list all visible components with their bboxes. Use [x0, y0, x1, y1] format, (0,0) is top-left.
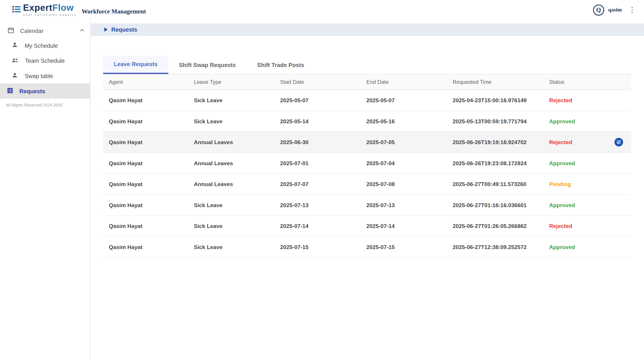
- cell-agent: Qasim Hayat: [103, 223, 188, 229]
- sidebar-item-team-schedule[interactable]: Team Schedule: [0, 53, 90, 68]
- tab-shift-swap-requests[interactable]: Shift Swap Requests: [168, 55, 246, 74]
- cell-end-date: 2025-07-04: [360, 160, 447, 166]
- table-row[interactable]: Qasim Hayat Sick Leave 2025-05-07 2025-0…: [103, 90, 631, 111]
- cell-requested-time: 2025-06-27T00:49:11.573260: [447, 181, 544, 187]
- column-header-status: Status: [544, 79, 631, 85]
- sidebar-item-requests[interactable]: Requests: [0, 83, 90, 99]
- cell-requested-time: 2025-04-23T15:00:16.976149: [447, 97, 544, 103]
- cell-start-date: 2025-06-30: [274, 139, 360, 145]
- cell-end-date: 2025-07-14: [360, 223, 447, 229]
- cell-leave-type: Annual Leaves: [188, 181, 274, 187]
- sidebar-item-swap-table[interactable]: Swap table: [0, 68, 90, 83]
- cell-start-date: 2025-07-01: [274, 160, 360, 166]
- main-content: Requests Leave Requests Shift Swap Reque…: [91, 20, 644, 360]
- sidebar-item-label: Swap table: [25, 73, 53, 79]
- app-root: ExpertFlow your callcenter experts Workf…: [0, 0, 644, 360]
- table-body: Qasim Hayat Sick Leave 2025-05-07 2025-0…: [103, 90, 631, 258]
- cell-start-date: 2025-07-07: [274, 181, 360, 187]
- table-row[interactable]: Qasim Hayat Annual Leaves 2025-07-07 202…: [103, 174, 631, 195]
- avatar[interactable]: Q: [593, 4, 604, 15]
- edit-request-button[interactable]: [614, 138, 623, 146]
- play-triangle-icon: [104, 28, 108, 32]
- cell-end-date: 2025-07-08: [360, 181, 447, 187]
- cell-agent: Qasim Hayat: [103, 244, 188, 250]
- column-header-leave-type: Leave Type: [188, 79, 274, 85]
- requests-list-icon: [6, 87, 14, 95]
- cell-leave-type: Annual Leaves: [188, 160, 274, 166]
- status-badge: Approved: [544, 118, 631, 124]
- cell-agent: Qasim Hayat: [103, 139, 188, 145]
- tab-leave-requests[interactable]: Leave Requests: [103, 55, 168, 74]
- table-row[interactable]: Qasim Hayat Sick Leave 2025-05-14 2025-0…: [103, 111, 631, 132]
- logo-tagline: your callcenter experts: [23, 13, 77, 17]
- top-header: ExpertFlow your callcenter experts Workf…: [0, 0, 644, 20]
- sidebar-section-calendar[interactable]: Calendar: [0, 24, 90, 38]
- cell-requested-time: 2025-05-13T00:59:19.771794: [447, 118, 544, 124]
- status-badge: Approved: [544, 244, 631, 250]
- cell-leave-type: Annual Leaves: [188, 139, 274, 145]
- cell-agent: Qasim Hayat: [103, 97, 188, 103]
- cell-leave-type: Sick Leave: [188, 244, 274, 250]
- status-badge: Rejected: [544, 223, 631, 229]
- column-header-agent: Agent: [103, 79, 188, 85]
- sidebar-item-label: My Schedule: [25, 42, 58, 49]
- table-row[interactable]: Qasim Hayat Annual Leaves 2025-06-30 202…: [103, 132, 631, 153]
- sidebar-item-my-schedule[interactable]: My Schedule: [0, 38, 90, 53]
- cell-leave-type: Sick Leave: [188, 118, 274, 124]
- table-row[interactable]: Qasim Hayat Sick Leave 2025-07-15 2025-0…: [103, 237, 631, 258]
- table-row[interactable]: Qasim Hayat Annual Leaves 2025-07-01 202…: [103, 153, 631, 174]
- status-badge: Approved: [544, 202, 631, 208]
- person-icon: [12, 72, 18, 80]
- expertflow-logo: ExpertFlow your callcenter experts: [12, 3, 77, 17]
- page-title: Workforce Management: [82, 8, 146, 15]
- logo-wordmark: ExpertFlow: [23, 3, 77, 13]
- column-header-start-date: Start Date: [274, 79, 360, 85]
- cell-start-date: 2025-05-14: [274, 118, 360, 124]
- cell-agent: Qasim Hayat: [103, 181, 188, 187]
- edit-icon: [616, 140, 621, 144]
- cell-requested-time: 2025-06-27T12:38:09.252572: [447, 244, 544, 250]
- cell-agent: Qasim Hayat: [103, 160, 188, 166]
- cell-leave-type: Sick Leave: [188, 202, 274, 208]
- table-row[interactable]: Qasim Hayat Sick Leave 2025-07-13 2025-0…: [103, 195, 631, 216]
- username-label: qasim: [608, 7, 622, 13]
- leave-requests-table: Agent Leave Type Start Date End Date Req…: [103, 74, 631, 258]
- cell-requested-time: 2025-06-27T01:16:16.036601: [447, 202, 544, 208]
- cell-end-date: 2025-05-07: [360, 97, 447, 103]
- kebab-menu-icon[interactable]: ⋮: [626, 6, 638, 14]
- tab-shift-trade-posts[interactable]: Shift Trade Posts: [246, 55, 315, 74]
- cell-start-date: 2025-07-13: [274, 202, 360, 208]
- breadcrumb[interactable]: Requests: [91, 23, 644, 36]
- cell-end-date: 2025-07-05: [360, 139, 447, 145]
- column-header-requested-time: Requested Time: [447, 79, 544, 85]
- cell-requested-time: 2025-06-26T19:23:08.172824: [447, 160, 544, 166]
- cell-end-date: 2025-05-16: [360, 118, 447, 124]
- column-header-end-date: End Date: [360, 79, 447, 85]
- copyright-text: All Rights Reserved 2024-2025: [0, 103, 90, 107]
- sidebar-item-label: Team Schedule: [25, 57, 65, 64]
- cell-requested-time: 2025-06-26T19:19:18.924702: [447, 139, 544, 145]
- cell-leave-type: Sick Leave: [188, 223, 274, 229]
- table-row[interactable]: Qasim Hayat Sick Leave 2025-07-14 2025-0…: [103, 216, 631, 236]
- cell-agent: Qasim Hayat: [103, 202, 188, 208]
- cell-requested-time: 2025-06-27T01:26:05.266862: [447, 223, 544, 229]
- sidebar: Calendar My Schedule Team: [0, 20, 90, 360]
- person-icon: [12, 42, 18, 49]
- chevron-up-icon[interactable]: [79, 27, 85, 34]
- status-badge: Pending: [544, 181, 631, 187]
- status-badge: Approved: [544, 160, 631, 166]
- cell-agent: Qasim Hayat: [103, 118, 188, 124]
- sidebar-section-label: Calendar: [20, 28, 44, 34]
- cell-start-date: 2025-05-07: [274, 97, 360, 103]
- tab-bar: Leave Requests Shift Swap Requests Shift…: [103, 55, 631, 74]
- cell-start-date: 2025-07-15: [274, 244, 360, 250]
- status-badge: Rejected: [544, 97, 631, 103]
- table-header-row: Agent Leave Type Start Date End Date Req…: [103, 74, 631, 90]
- calendar-icon: [8, 27, 14, 35]
- sidebar-item-label: Requests: [19, 88, 45, 94]
- cell-start-date: 2025-07-14: [274, 223, 360, 229]
- people-icon: [12, 57, 18, 65]
- cell-end-date: 2025-07-15: [360, 244, 447, 250]
- cell-leave-type: Sick Leave: [188, 97, 274, 103]
- expertflow-logo-icon: [12, 5, 21, 16]
